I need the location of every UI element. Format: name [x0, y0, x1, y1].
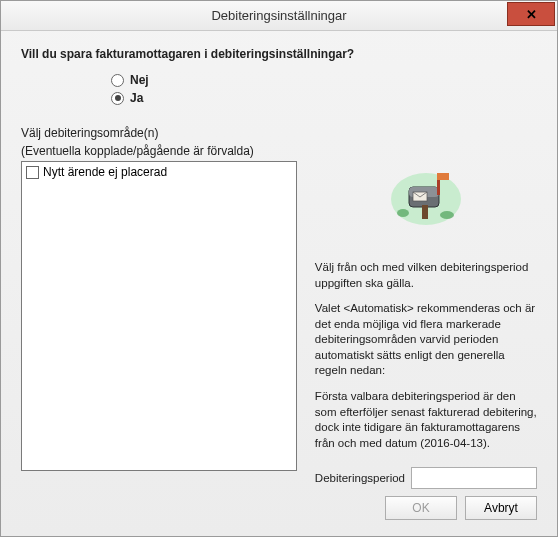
period-input[interactable] [412, 468, 558, 488]
period-row: Debiteringsperiod ˅ [315, 467, 537, 489]
window-title: Debiteringsinställningar [1, 8, 557, 23]
mailbox-icon [389, 165, 463, 230]
info-paragraph-2: Valet <Automatisk> rekommenderas och är … [315, 301, 537, 379]
svg-rect-4 [437, 173, 449, 180]
ok-button-label: OK [412, 501, 429, 515]
radio-yes-label: Ja [130, 91, 143, 105]
svg-point-9 [397, 209, 409, 217]
dialog-window: Debiteringsinställningar ✕ Vill du spara… [0, 0, 558, 537]
close-icon: ✕ [526, 7, 537, 22]
radio-option-no[interactable]: Nej [111, 73, 537, 87]
period-label: Debiteringsperiod [315, 472, 405, 484]
radio-no-label: Nej [130, 73, 149, 87]
dialog-footer: OK Avbryt [385, 496, 537, 520]
area-label-line2: (Eventuella kopplade/pågående är förvald… [21, 143, 537, 159]
area-label-line1: Välj debiteringsområde(n) [21, 125, 537, 141]
dialog-body: Vill du spara fakturamottagaren i debite… [1, 31, 557, 536]
period-combobox[interactable]: ˅ [411, 467, 537, 489]
info-paragraph-3: Första valbara debiteringsperiod är den … [315, 389, 537, 451]
list-item-checkbox[interactable] [26, 166, 39, 179]
radio-group: Nej Ja [111, 73, 537, 105]
list-item-label: Nytt ärende ej placerad [43, 165, 167, 179]
content-columns: Nytt ärende ej placerad [21, 161, 537, 489]
list-item[interactable]: Nytt ärende ej placerad [24, 164, 294, 180]
radio-yes-indicator[interactable] [111, 92, 124, 105]
question-text: Vill du spara fakturamottagaren i debite… [21, 47, 537, 61]
radio-option-yes[interactable]: Ja [111, 91, 537, 105]
svg-rect-5 [422, 205, 428, 219]
area-listbox[interactable]: Nytt ärende ej placerad [21, 161, 297, 471]
info-paragraph-1: Välj från och med vilken debiteringsperi… [315, 260, 537, 291]
cancel-button[interactable]: Avbryt [465, 496, 537, 520]
ok-button[interactable]: OK [385, 496, 457, 520]
close-button[interactable]: ✕ [507, 2, 555, 26]
cancel-button-label: Avbryt [484, 501, 518, 515]
info-column: Välj från och med vilken debiteringsperi… [315, 161, 537, 489]
radio-no-indicator[interactable] [111, 74, 124, 87]
svg-point-10 [440, 211, 454, 219]
titlebar: Debiteringsinställningar ✕ [1, 1, 557, 31]
